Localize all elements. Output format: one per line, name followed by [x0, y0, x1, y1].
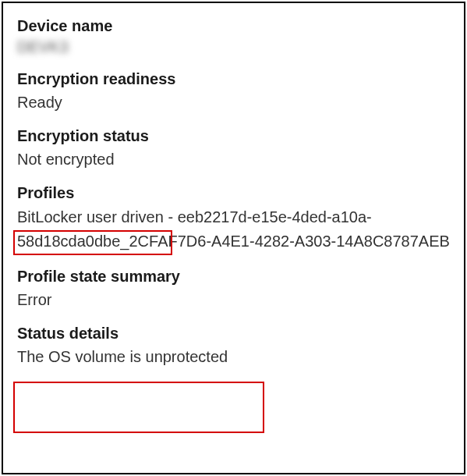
profile-state-summary-value: Error [17, 289, 450, 311]
device-name-value: DEVK3 [17, 38, 69, 56]
status-details-label: Status details [17, 323, 450, 344]
device-name-label: Device name [17, 16, 450, 37]
encryption-readiness-field: Encryption readiness Ready [17, 69, 450, 113]
encryption-status-value: Not encrypted [17, 148, 450, 170]
profiles-value: BitLocker user driven - eeb2217d-e15e-4d… [17, 205, 450, 254]
encryption-status-field: Encryption status Not encrypted [17, 126, 450, 170]
status-details-value: The OS volume is unprotected [17, 346, 450, 368]
profile-state-summary-field: Profile state summary Error [17, 266, 450, 311]
status-details-field: Status details The OS volume is unprotec… [17, 323, 450, 368]
profile-name: BitLocker user driven [17, 208, 164, 226]
encryption-readiness-value: Ready [17, 91, 450, 113]
profile-separator: - [164, 208, 178, 226]
profiles-label: Profiles [17, 183, 450, 204]
device-encryption-panel: Device name DEVK3 Encryption readiness R… [2, 2, 465, 474]
highlight-status-details [13, 382, 264, 433]
device-name-field: Device name DEVK3 [17, 16, 450, 56]
profile-state-summary-label: Profile state summary [17, 266, 450, 287]
encryption-readiness-label: Encryption readiness [17, 69, 450, 90]
profiles-field: Profiles BitLocker user driven - eeb2217… [17, 183, 450, 254]
encryption-status-label: Encryption status [17, 126, 450, 147]
